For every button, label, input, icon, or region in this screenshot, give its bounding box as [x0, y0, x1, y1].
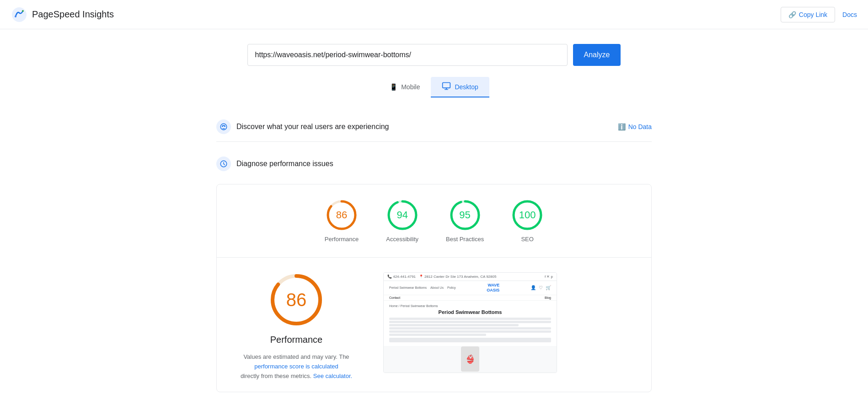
screenshot-logo: WAVEOASIS: [487, 283, 499, 293]
score-item-accessibility: 94 Accessibility: [386, 199, 418, 243]
desktop-tab[interactable]: Desktop: [431, 77, 489, 97]
diag-section-title: Diagnose performance issues: [236, 160, 333, 168]
detail-section: 86 Performance Values are estimated and …: [228, 272, 640, 381]
screenshot-inner: 📞 424-441-4791 📍 2812 Canter Dr Ste 173 …: [384, 273, 557, 373]
performance-score: 86: [336, 209, 347, 221]
mobile-icon: 📱: [390, 83, 397, 91]
svg-point-5: [222, 126, 223, 127]
crux-section: Discover what your real users are experi…: [216, 112, 652, 142]
pagespeed-logo: [11, 6, 27, 23]
screenshot-breadcrumb: Home / Period Swimwear Bottoms: [389, 304, 551, 308]
desktop-icon: [442, 81, 451, 92]
text-line-6: [389, 334, 486, 336]
screenshot-nav-icons: 👤♡🛒: [530, 285, 551, 290]
no-data-badge: ℹ️ No Data: [618, 123, 652, 130]
site-screenshot: 📞 424-441-4791 📍 2812 Canter Dr Ste 173 …: [383, 272, 557, 373]
analyze-button[interactable]: Analyze: [573, 44, 621, 66]
no-data-label: No Data: [628, 123, 652, 130]
copy-link-label: Copy Link: [799, 11, 827, 18]
screenshot-image-area: 👙: [384, 346, 557, 373]
detail-note-text1: Values are estimated and may vary. The: [243, 353, 349, 360]
header-left: PageSpeed Insights: [11, 6, 114, 23]
mobile-tab[interactable]: 📱 Mobile: [379, 77, 431, 97]
text-line-2: [389, 321, 551, 323]
performance-circle: 86: [326, 199, 358, 231]
diag-icon: [216, 157, 231, 171]
info-icon: ℹ️: [618, 123, 626, 130]
url-input[interactable]: [247, 44, 568, 66]
screenshot-product-image: 👙: [461, 346, 479, 372]
nav-link-collections: Period Swimwear Bottoms: [389, 286, 427, 289]
screenshot-nav-links: Period Swimwear Bottoms About Us Policy: [389, 286, 456, 289]
diagnose-section: Diagnose performance issues 86 Performan…: [216, 149, 652, 392]
text-line-5: [389, 330, 551, 333]
big-performance-score: 86: [286, 290, 307, 310]
text-line-4: [389, 327, 551, 330]
app-header: PageSpeed Insights 🔗 Copy Link Docs: [0, 0, 868, 29]
diag-title-left: Diagnose performance issues: [216, 157, 333, 171]
crux-icon: [216, 119, 231, 134]
detail-right: 📞 424-441-4791 📍 2812 Canter Dr Ste 173 …: [383, 272, 640, 373]
screenshot-subnav: Contact Blog: [384, 295, 557, 301]
seo-circle: 100: [511, 199, 543, 231]
detail-note: Values are estimated and may vary. The p…: [228, 352, 365, 381]
calculator-link[interactable]: See calculator.: [313, 373, 352, 379]
desktop-label: Desktop: [455, 83, 478, 91]
svg-point-0: [12, 7, 27, 22]
best-practices-score: 95: [459, 209, 470, 221]
score-item-seo: 100 SEO: [511, 199, 543, 243]
nav-link-policy: Policy: [447, 286, 456, 289]
screenshot-social: f ✕ p: [545, 275, 553, 279]
svg-point-1: [15, 16, 16, 17]
panel-divider: [217, 257, 651, 258]
detail-title: Performance: [270, 335, 323, 345]
screenshot-content: Home / Period Swimwear Bottoms Period Sw…: [384, 301, 557, 346]
seo-score: 100: [519, 209, 536, 221]
screenshot-text-block: [389, 318, 551, 336]
search-area: Analyze: [0, 29, 868, 77]
header-right: 🔗 Copy Link Docs: [781, 7, 857, 22]
screenshot-input-box: [389, 338, 551, 342]
score-item-performance: 86 Performance: [325, 199, 359, 243]
screenshot-contact: 📞 424-441-4791 📍 2812 Canter Dr Ste 173 …: [387, 275, 496, 279]
detail-left: 86 Performance Values are estimated and …: [228, 272, 365, 381]
nav-link-about: About Us: [430, 286, 444, 289]
svg-point-6: [225, 126, 225, 127]
screenshot-page-title: Period Swimwear Bottoms: [389, 309, 551, 315]
accessibility-score: 94: [396, 209, 407, 221]
screenshot-input-row: [389, 338, 551, 342]
mobile-label: Mobile: [401, 83, 420, 91]
scores-row: 86 Performance 94 Accessibility: [228, 199, 640, 243]
scores-panel: 86 Performance 94 Accessibility: [216, 184, 652, 392]
main-content: Discover what your real users are experi…: [205, 112, 663, 392]
docs-link[interactable]: Docs: [842, 11, 857, 18]
screenshot-nav-blog: Blog: [545, 296, 551, 299]
detail-note-text2: directly from these metrics.: [241, 373, 311, 379]
big-performance-circle: 86: [269, 272, 324, 327]
accessibility-circle: 94: [386, 199, 418, 231]
score-item-best-practices: 95 Best Practices: [446, 199, 484, 243]
seo-label: SEO: [521, 236, 533, 243]
copy-link-button[interactable]: 🔗 Copy Link: [781, 7, 835, 22]
best-practices-label: Best Practices: [446, 236, 484, 243]
diag-header: Diagnose performance issues: [216, 149, 652, 178]
best-practices-circle: 95: [449, 199, 481, 231]
screenshot-nav: Period Swimwear Bottoms About Us Policy …: [384, 281, 557, 295]
performance-score-link[interactable]: performance score is calculated: [254, 363, 338, 370]
accessibility-label: Accessibility: [386, 236, 418, 243]
device-toggle: 📱 Mobile Desktop: [0, 77, 868, 97]
text-line-3: [389, 324, 519, 326]
screenshot-nav-contact: Contact: [389, 296, 400, 299]
crux-title-left: Discover what your real users are experi…: [216, 119, 389, 134]
performance-label: Performance: [325, 236, 359, 243]
text-line-1: [389, 318, 551, 320]
svg-rect-3: [443, 83, 450, 88]
crux-section-title: Discover what your real users are experi…: [236, 123, 389, 131]
app-title: PageSpeed Insights: [32, 9, 114, 20]
screenshot-top-bar: 📞 424-441-4791 📍 2812 Canter Dr Ste 173 …: [384, 273, 557, 281]
link-icon: 🔗: [788, 11, 796, 18]
svg-point-2: [22, 10, 24, 12]
